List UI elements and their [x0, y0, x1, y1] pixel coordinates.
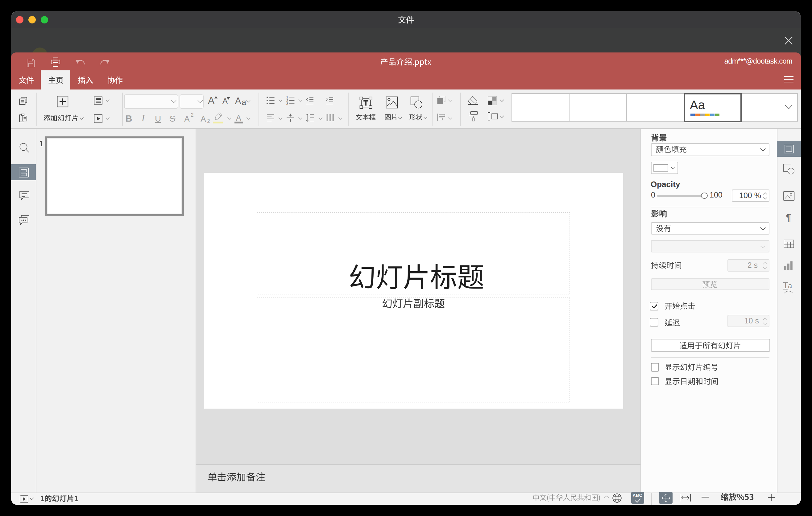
svg-text:3: 3: [286, 102, 288, 105]
